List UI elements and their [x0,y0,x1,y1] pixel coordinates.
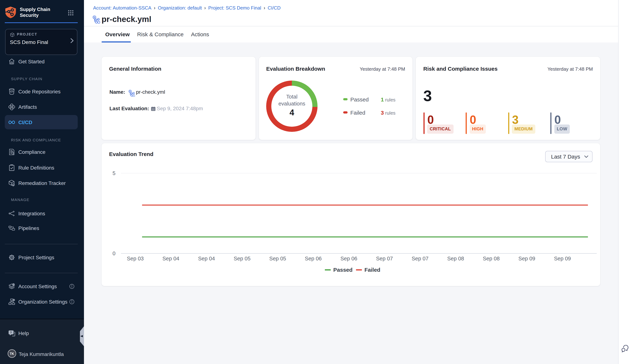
svg-text:Sep 09: Sep 09 [518,256,535,262]
svg-text:Sep 05: Sep 05 [269,256,286,262]
svg-text:Passed: Passed [333,267,352,273]
svg-text:Sep 08: Sep 08 [447,256,464,262]
svg-text:Sep 06: Sep 06 [305,256,322,262]
svg-text:Sep 04: Sep 04 [162,256,179,262]
svg-text:Sep 03: Sep 03 [127,256,143,262]
svg-text:?: ? [10,331,12,334]
svg-text:Sep 09: Sep 09 [554,256,571,262]
svg-text:5: 5 [112,170,115,176]
svg-text:0: 0 [112,250,115,256]
svg-text:Sep 07: Sep 07 [376,256,393,262]
svg-text:Failed: Failed [364,267,380,273]
svg-text:Sep 07: Sep 07 [411,256,428,262]
svg-text:Sep 06: Sep 06 [340,256,357,262]
svg-text:Sep 04: Sep 04 [198,256,215,262]
svg-text:Sep 08: Sep 08 [483,256,500,262]
svg-text:Sep 05: Sep 05 [234,256,250,262]
